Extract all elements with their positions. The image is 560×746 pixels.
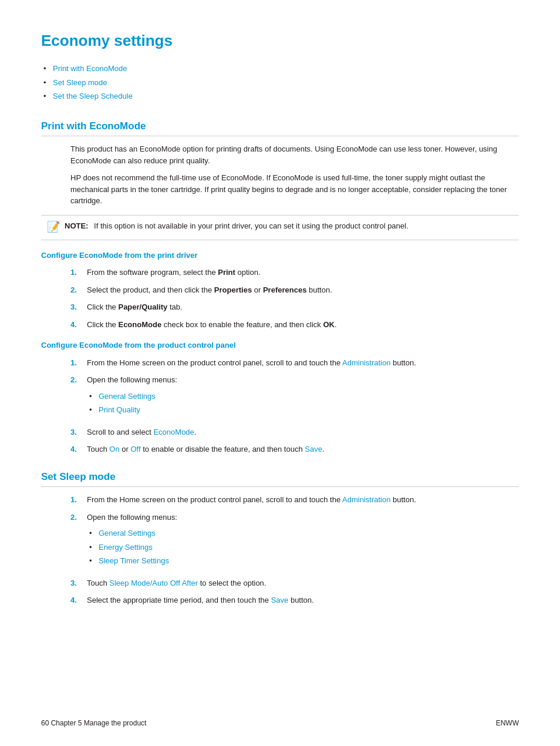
link-sleep-timer-settings[interactable]: Sleep Timer Settings: [99, 555, 169, 567]
step-num: 2.: [70, 512, 82, 523]
note-content: If this option is not available in your …: [94, 221, 408, 230]
menu-item-sleep-timer: Sleep Timer Settings: [99, 555, 177, 567]
bold-economode: EconoMode: [118, 320, 161, 329]
step-text: From the Home screen on the product cont…: [87, 357, 416, 369]
footer-right: ENWW: [496, 718, 519, 728]
toc-item-sleep-mode[interactable]: Set Sleep mode: [53, 77, 519, 89]
step-sm-2: 2. Open the following menus: General Set…: [70, 512, 519, 572]
toc-list: Print with EconoMode Set Sleep mode Set …: [41, 63, 519, 102]
section-title-economode: Print with EconoMode: [41, 119, 519, 137]
step-text: Open the following menus: General Settin…: [87, 374, 177, 421]
step-pd-2: 2. Select the product, and then click th…: [70, 284, 519, 296]
step-cp-1: 1. From the Home screen on the product c…: [70, 357, 519, 369]
step-num: 4.: [70, 319, 82, 331]
link-administration-2[interactable]: Administration: [342, 495, 390, 504]
step-text: Click the Paper/Quality tab.: [87, 301, 183, 313]
step-text: From the software program, select the Pr…: [87, 267, 261, 278]
bold-paperquality: Paper/Quality: [118, 303, 167, 311]
bold-print: Print: [218, 268, 235, 277]
step-cp-2: 2. Open the following menus: General Set…: [70, 374, 519, 421]
link-general-settings-2[interactable]: General Settings: [99, 527, 156, 539]
step-text: Click the EconoMode check box to enable …: [87, 319, 337, 331]
subsection-control-panel: Configure EconoMode from the product con…: [41, 340, 519, 455]
step-num: 2.: [70, 284, 82, 296]
bold-ok: OK: [323, 320, 335, 329]
subsection-print-driver: Configure EconoMode from the print drive…: [41, 250, 519, 331]
step-num: 3.: [70, 577, 82, 589]
link-print-quality[interactable]: Print Quality: [99, 404, 140, 416]
toc-item-sleep-schedule[interactable]: Set the Sleep Schedule: [53, 90, 519, 102]
note-text: NOTE: If this option is not available in…: [65, 220, 409, 232]
link-on[interactable]: On: [109, 445, 119, 453]
steps-print-driver: 1. From the software program, select the…: [41, 267, 519, 330]
step-pd-4: 4. Click the EconoMode check box to enab…: [70, 319, 519, 331]
step-cp-4: 4. Touch On or Off to enable or disable …: [70, 443, 519, 455]
link-administration-1[interactable]: Administration: [342, 358, 390, 367]
link-sleep-mode-auto[interactable]: Sleep Mode/Auto Off After: [109, 579, 198, 587]
step-num: 1.: [70, 267, 82, 278]
toc-link-sleep-mode[interactable]: Set Sleep mode: [53, 78, 107, 87]
link-save-2[interactable]: Save: [271, 596, 289, 604]
link-off[interactable]: Off: [130, 445, 140, 453]
step-pd-3: 3. Click the Paper/Quality tab.: [70, 301, 519, 313]
steps-sleep-mode: 1. From the Home screen on the product c…: [41, 494, 519, 606]
step-text: Select the appropriate time period, and …: [87, 594, 314, 606]
section-economode: Print with EconoMode This product has an…: [41, 119, 519, 455]
link-economode[interactable]: EconoMode: [153, 428, 194, 436]
step-sm-3: 3. Touch Sleep Mode/Auto Off After to se…: [70, 577, 519, 589]
step-sm-1: 1. From the Home screen on the product c…: [70, 494, 519, 506]
menu-item-general-2: General Settings: [99, 527, 177, 539]
menu-item-general: General Settings: [99, 391, 177, 402]
menu-item-print-quality: Print Quality: [99, 404, 177, 416]
step-cp-3: 3. Scroll to and select EconoMode.: [70, 426, 519, 438]
subsection-title-control-panel: Configure EconoMode from the product con…: [41, 340, 519, 351]
steps-control-panel: 1. From the Home screen on the product c…: [41, 357, 519, 455]
step-text: Scroll to and select EconoMode.: [87, 426, 196, 438]
step-text: Touch Sleep Mode/Auto Off After to selec…: [87, 577, 266, 589]
note-box: 📝 NOTE: If this option is not available …: [41, 215, 519, 240]
bold-properties: Properties: [214, 285, 252, 294]
step-num: 4.: [70, 443, 82, 455]
note-label: NOTE:: [65, 221, 88, 230]
section-economode-body: This product has an EconoMode option for…: [41, 143, 519, 207]
link-general-settings-1[interactable]: General Settings: [99, 391, 156, 402]
step-pd-1: 1. From the software program, select the…: [70, 267, 519, 278]
toc-link-economode[interactable]: Print with EconoMode: [53, 64, 127, 73]
footer-left: 60 Chapter 5 Manage the product: [41, 718, 146, 728]
page-title: Economy settings: [41, 29, 519, 52]
link-energy-settings[interactable]: Energy Settings: [99, 542, 153, 553]
step-num: 3.: [70, 426, 82, 438]
toc-link-sleep-schedule[interactable]: Set the Sleep Schedule: [53, 92, 133, 100]
footer: 60 Chapter 5 Manage the product ENWW: [0, 718, 560, 728]
menu-list-1: General Settings Print Quality: [87, 391, 177, 416]
subsection-title-print-driver: Configure EconoMode from the print drive…: [41, 250, 519, 261]
step-text: From the Home screen on the product cont…: [87, 494, 416, 506]
step-num: 3.: [70, 301, 82, 313]
section-title-sleep-mode: Set Sleep mode: [41, 469, 519, 488]
step-text: Open the following menus: General Settin…: [87, 512, 177, 572]
step-text: Select the product, and then click the P…: [87, 284, 332, 296]
link-save-1[interactable]: Save: [305, 445, 322, 453]
menu-item-energy: Energy Settings: [99, 542, 177, 553]
step-sm-4: 4. Select the appropriate time period, a…: [70, 594, 519, 606]
step-num: 2.: [70, 374, 82, 386]
menu-list-2: General Settings Energy Settings Sleep T…: [87, 527, 177, 567]
section-sleep-mode: Set Sleep mode 1. From the Home screen o…: [41, 469, 519, 606]
bold-preferences: Preferences: [263, 285, 306, 294]
body-text-1: This product has an EconoMode option for…: [70, 143, 519, 166]
step-num: 1.: [70, 357, 82, 369]
step-num: 4.: [70, 594, 82, 606]
note-icon: 📝: [47, 219, 60, 235]
step-num: 1.: [70, 494, 82, 506]
toc-item-economode[interactable]: Print with EconoMode: [53, 63, 519, 75]
body-text-2: HP does not recommend the full-time use …: [70, 172, 519, 207]
step-text: Touch On or Off to enable or disable the…: [87, 443, 325, 455]
